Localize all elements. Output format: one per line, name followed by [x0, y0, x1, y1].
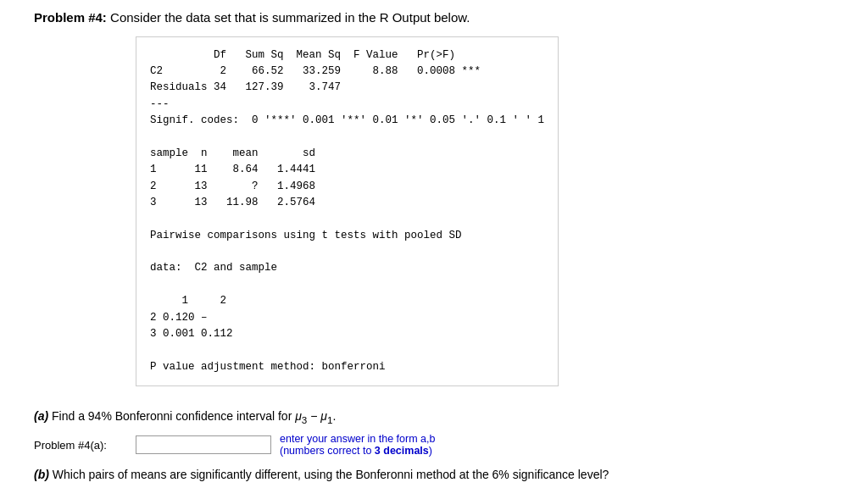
r-output-pre: Df Sum Sq Mean Sq F Value Pr(>F) C2 2 66… — [150, 47, 544, 376]
hint-bold: 3 decimals — [375, 445, 429, 457]
page-container: Problem #4: Consider the data set that i… — [0, 0, 868, 488]
part-a-question: (a) Find a 94% Bonferonni confidence int… — [34, 407, 834, 428]
r-output-box: Df Sum Sq Mean Sq F Value Pr(>F) C2 2 66… — [136, 36, 559, 387]
hint-line2: (numbers correct to — [280, 445, 371, 457]
problem-header: Problem #4: Consider the data set that i… — [34, 8, 834, 28]
part-a-answer-row: Problem #4(a): enter your answer in the … — [34, 433, 834, 457]
part-a-answer-label: Problem #4(a): — [34, 439, 136, 452]
problem-number: Problem #4: — [34, 10, 107, 25]
part-a-label: (a) — [34, 409, 48, 423]
part-b-text: Which pairs of means are significantly d… — [53, 468, 609, 481]
part-a-hint: enter your answer in the form a,b (numbe… — [280, 433, 435, 457]
problem-header-text: Consider the data set that is summarized… — [110, 10, 470, 25]
part-b-question: (b) Which pairs of means are significant… — [34, 465, 834, 484]
part-a-text: Find a 94% Bonferonni confidence interva… — [52, 409, 336, 423]
part-b-label: (b) — [34, 468, 49, 481]
part-a-input[interactable] — [136, 435, 271, 454]
hint-end: ) — [429, 445, 432, 457]
hint-line1: enter your answer in the form a,b — [280, 433, 435, 445]
